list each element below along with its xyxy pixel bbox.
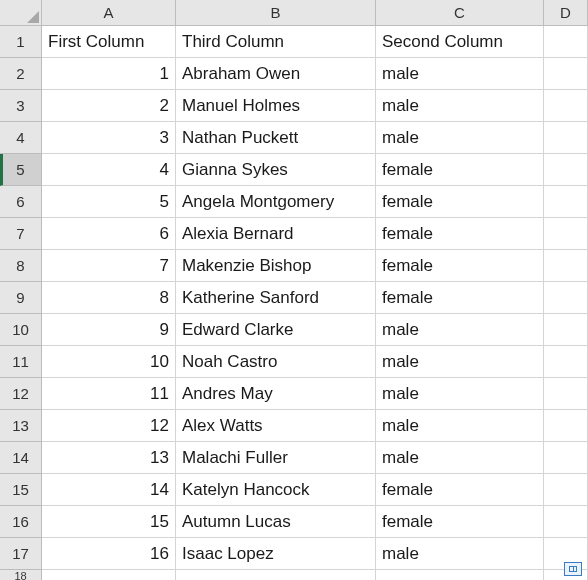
row-header[interactable]: 16 xyxy=(0,506,42,538)
cell[interactable]: female xyxy=(376,282,544,314)
row-header[interactable]: 11 xyxy=(0,346,42,378)
cell[interactable] xyxy=(544,186,588,218)
row-header[interactable]: 10 xyxy=(0,314,42,346)
row-header[interactable]: 14 xyxy=(0,442,42,474)
cell[interactable]: Edward Clarke xyxy=(176,314,376,346)
cell[interactable]: Isaac Lopez xyxy=(176,538,376,570)
cell[interactable]: 5 xyxy=(42,186,176,218)
cell[interactable]: Manuel Holmes xyxy=(176,90,376,122)
cell[interactable]: 6 xyxy=(42,218,176,250)
row-header[interactable]: 6 xyxy=(0,186,42,218)
cell[interactable]: Andres May xyxy=(176,378,376,410)
cell[interactable]: female xyxy=(376,218,544,250)
cell[interactable]: 12 xyxy=(42,410,176,442)
cell[interactable]: 15 xyxy=(42,506,176,538)
cell[interactable]: male xyxy=(376,90,544,122)
cell[interactable]: 7 xyxy=(42,250,176,282)
cell[interactable]: male xyxy=(376,58,544,90)
smart-tag-icon[interactable] xyxy=(564,562,582,576)
row-header[interactable]: 4 xyxy=(0,122,42,154)
cell[interactable]: 2 xyxy=(42,90,176,122)
cell[interactable]: male xyxy=(376,442,544,474)
cell[interactable]: female xyxy=(376,186,544,218)
col-header-A[interactable]: A xyxy=(42,0,176,26)
cell[interactable] xyxy=(376,570,544,580)
cell[interactable]: Autumn Lucas xyxy=(176,506,376,538)
cell[interactable] xyxy=(544,26,588,58)
cell[interactable]: male xyxy=(376,122,544,154)
row-header[interactable]: 8 xyxy=(0,250,42,282)
row-header[interactable]: 17 xyxy=(0,538,42,570)
cell[interactable]: Alex Watts xyxy=(176,410,376,442)
cell[interactable] xyxy=(544,250,588,282)
cell[interactable] xyxy=(544,378,588,410)
cell[interactable]: Alexia Bernard xyxy=(176,218,376,250)
cell[interactable]: 4 xyxy=(42,154,176,186)
row-header[interactable]: 3 xyxy=(0,90,42,122)
col-header-C[interactable]: C xyxy=(376,0,544,26)
cell[interactable]: 13 xyxy=(42,442,176,474)
cell[interactable]: female xyxy=(376,250,544,282)
cell[interactable]: 14 xyxy=(42,474,176,506)
cell[interactable]: female xyxy=(376,474,544,506)
cell[interactable]: 8 xyxy=(42,282,176,314)
cell[interactable]: 10 xyxy=(42,346,176,378)
cell[interactable]: Third Column xyxy=(176,26,376,58)
cell[interactable]: male xyxy=(376,378,544,410)
cell[interactable] xyxy=(544,442,588,474)
cell[interactable]: male xyxy=(376,538,544,570)
cell[interactable]: First Column xyxy=(42,26,176,58)
cell[interactable] xyxy=(544,346,588,378)
row-header[interactable]: 12 xyxy=(0,378,42,410)
row-header[interactable]: 5 xyxy=(0,154,42,186)
select-all-corner[interactable] xyxy=(0,0,42,26)
row-header[interactable]: 18 xyxy=(0,570,42,580)
cell[interactable] xyxy=(544,218,588,250)
cell[interactable]: Gianna Sykes xyxy=(176,154,376,186)
cell[interactable]: male xyxy=(376,314,544,346)
cell[interactable]: male xyxy=(376,346,544,378)
cell[interactable] xyxy=(544,154,588,186)
cell[interactable] xyxy=(544,90,588,122)
col-header-D[interactable]: D xyxy=(544,0,588,26)
cell[interactable] xyxy=(42,570,176,580)
cell[interactable]: Second Column xyxy=(376,26,544,58)
cell[interactable]: Makenzie Bishop xyxy=(176,250,376,282)
cell[interactable]: Noah Castro xyxy=(176,346,376,378)
cell[interactable] xyxy=(544,58,588,90)
spreadsheet-grid[interactable]: A B C D 1First ColumnThird ColumnSecond … xyxy=(0,0,588,580)
cell[interactable] xyxy=(544,314,588,346)
row-header[interactable]: 15 xyxy=(0,474,42,506)
col-header-B[interactable]: B xyxy=(176,0,376,26)
cell[interactable] xyxy=(544,474,588,506)
cell[interactable] xyxy=(544,410,588,442)
cell[interactable]: Nathan Puckett xyxy=(176,122,376,154)
row-header[interactable]: 9 xyxy=(0,282,42,314)
cell[interactable]: female xyxy=(376,506,544,538)
cell[interactable]: Angela Montgomery xyxy=(176,186,376,218)
row-header[interactable]: 13 xyxy=(0,410,42,442)
cell[interactable]: Katherine Sanford xyxy=(176,282,376,314)
cell[interactable]: female xyxy=(376,154,544,186)
cell[interactable]: Malachi Fuller xyxy=(176,442,376,474)
cell[interactable]: Katelyn Hancock xyxy=(176,474,376,506)
cell[interactable] xyxy=(176,570,376,580)
row-header[interactable]: 2 xyxy=(0,58,42,90)
row-header[interactable]: 7 xyxy=(0,218,42,250)
cell[interactable]: 3 xyxy=(42,122,176,154)
cell[interactable]: 11 xyxy=(42,378,176,410)
cell[interactable] xyxy=(544,506,588,538)
cell[interactable] xyxy=(544,282,588,314)
cell[interactable]: male xyxy=(376,410,544,442)
row-header[interactable]: 1 xyxy=(0,26,42,58)
cell[interactable]: 9 xyxy=(42,314,176,346)
cell[interactable]: 1 xyxy=(42,58,176,90)
cell[interactable]: Abraham Owen xyxy=(176,58,376,90)
cell[interactable]: 16 xyxy=(42,538,176,570)
cell[interactable] xyxy=(544,122,588,154)
